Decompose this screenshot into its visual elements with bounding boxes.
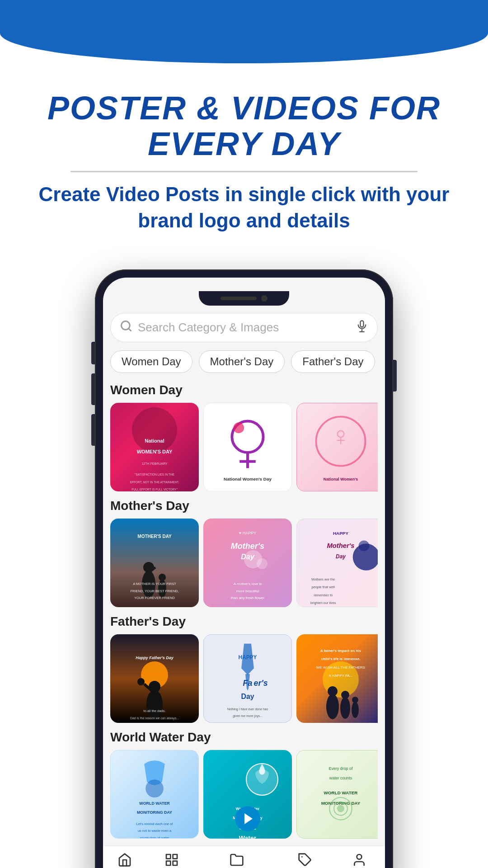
svg-text:Every drop of: Every drop of (329, 766, 353, 770)
svg-text:FULL EFFORT IS FULL VICTORY": FULL EFFORT IS FULL VICTORY" (131, 488, 178, 491)
svg-text:Let's remind each one of: Let's remind each one of (136, 822, 174, 826)
power-button (393, 360, 397, 392)
svg-text:WORLD WATER: WORLD WATER (324, 790, 358, 795)
women-card-2[interactable]: National Women's Day (203, 403, 292, 491)
fathers-day-section: Father's Day (103, 610, 385, 726)
svg-text:MOTHER'S DAY: MOTHER'S DAY (137, 534, 172, 539)
svg-point-63 (326, 694, 339, 719)
nav-brand[interactable]: Brand Kit (286, 853, 324, 868)
mothers-card-1[interactable]: MOTHER'S DAY A MOTHER IS YOUR FIRST FRIE… (110, 519, 199, 607)
svg-rect-94 (173, 861, 177, 865)
phone-screen: Search Category & Images Women Day Mothe… (103, 306, 385, 868)
mothers-card-2[interactable]: ♥ HAPPY Mother's Day A mother's love is … (203, 519, 292, 607)
water-card-1[interactable]: WORLD WATER MONITORING DAY Let's remind … (110, 750, 199, 839)
women-day-title: Women Day (110, 383, 378, 397)
mic-icon[interactable] (356, 320, 368, 335)
svg-point-66 (341, 691, 349, 699)
water-card-3[interactable]: Every drop of water counts WORLD WATER M… (296, 750, 378, 839)
nav-account[interactable]: Account (343, 853, 375, 868)
phone-notch (199, 291, 289, 306)
water-card-2[interactable]: World Water Monitoring Day SAVE Water (203, 750, 292, 839)
pill-fathers-day[interactable]: Father's Day (291, 350, 375, 373)
women-card-3[interactable]: ♀ National Women's (296, 403, 378, 491)
home-icon (117, 853, 132, 868)
subtitle: Create Video Posts in single click with … (27, 181, 461, 233)
svg-text:"SATISFACTION LIES IN THE: "SATISFACTION LIES IN THE (135, 472, 174, 476)
svg-point-73 (145, 779, 164, 797)
svg-text:National Women's: National Women's (324, 476, 358, 481)
svg-point-96 (357, 854, 361, 859)
top-wave (0, 0, 488, 63)
svg-text:MONITORING DAY: MONITORING DAY (137, 810, 172, 814)
custom-icon (164, 853, 179, 868)
volume-up-button (91, 373, 95, 405)
svg-text:Mother's: Mother's (231, 541, 264, 550)
svg-rect-92 (173, 854, 177, 859)
nav-custom[interactable]: Custom (156, 853, 187, 868)
phone-container: Search Category & Images Women Day Mothe… (0, 269, 488, 868)
businesses-icon (230, 853, 244, 868)
svg-point-15 (233, 422, 244, 433)
svg-text:Mothers are the: Mothers are the (311, 577, 335, 581)
divider (70, 171, 418, 172)
search-bar[interactable]: Search Category & Images (110, 313, 378, 342)
pill-women-day[interactable]: Women Day (110, 350, 192, 373)
fathers-card-1[interactable]: Happy Father's Day to all the dads. Dad … (110, 634, 199, 723)
nav-businesses[interactable]: My Businesses (206, 853, 267, 868)
svg-text:single drop of water: single drop of water (140, 836, 169, 838)
svg-text:National: National (145, 438, 164, 443)
svg-point-64 (328, 686, 338, 696)
svg-text:Nothing I have ever done has: Nothing I have ever done has (227, 708, 268, 711)
mothers-card-3[interactable]: HAPPY Mother's Day Mothers are the peopl… (296, 519, 378, 607)
svg-point-24 (159, 574, 166, 581)
women-card-1[interactable]: National WOMEN'S DAY 12TH FEBRUARY "SATI… (110, 403, 199, 491)
svg-rect-91 (166, 854, 170, 859)
svg-text:Water: Water (239, 835, 257, 839)
svg-text:Happy Father's Day: Happy Father's Day (136, 656, 174, 660)
svg-point-65 (340, 697, 350, 719)
svg-text:A mother's love is: A mother's love is (234, 582, 262, 586)
svg-text:A father's impact on his: A father's impact on his (320, 649, 361, 653)
svg-text:♀: ♀ (331, 421, 351, 451)
svg-text:♥ HAPPY: ♥ HAPPY (239, 531, 256, 535)
header-section: POSTER & VIDEOS FOR EVERY DAY Create Vid… (0, 63, 488, 269)
category-pills: Women Day Mother's Day Father's Day (103, 347, 385, 378)
svg-point-90 (337, 805, 344, 812)
svg-text:A HAPPY FA...: A HAPPY FA... (329, 674, 353, 678)
svg-text:Day: Day (336, 553, 346, 560)
svg-text:us not to waste even a: us not to waste even a (138, 829, 172, 833)
play-triangle-icon (244, 813, 253, 824)
svg-text:12TH FEBRUARY: 12TH FEBRUARY (141, 462, 167, 465)
svg-text:Mother's: Mother's (327, 542, 354, 549)
svg-text:WE WISH ALL THE FATHERS: WE WISH ALL THE FATHERS (316, 665, 365, 670)
svg-point-47 (146, 690, 163, 719)
svg-text:HAPPY: HAPPY (239, 654, 257, 660)
mothers-day-section: Mother's Day MOTHER'S DAY (103, 494, 385, 610)
fathers-card-3[interactable]: A father's impact on his child's life is… (296, 634, 378, 723)
svg-point-5 (132, 407, 177, 453)
phone-mockup: Search Category & Images Women Day Mothe… (95, 269, 393, 868)
mothers-day-title: Mother's Day (110, 499, 378, 513)
svg-point-50 (137, 678, 145, 685)
world-water-day-cards: WORLD WATER MONITORING DAY Let's remind … (110, 750, 378, 839)
svg-text:HAPPY: HAPPY (333, 531, 348, 536)
play-button[interactable] (235, 806, 260, 831)
front-camera (261, 295, 267, 302)
svg-text:child's life is immense.: child's life is immense. (321, 657, 361, 661)
women-day-cards: National WOMEN'S DAY 12TH FEBRUARY "SATI… (110, 403, 378, 491)
svg-text:than any fresh flower: than any fresh flower (231, 596, 265, 600)
brand-icon (298, 853, 312, 868)
bottom-nav: Home Custom (103, 846, 385, 868)
svg-text:Fa: Fa (243, 678, 253, 687)
world-water-day-title: World Water Day (110, 730, 378, 745)
speaker (221, 297, 257, 300)
svg-line-1 (128, 328, 131, 330)
fathers-card-2[interactable]: HAPPY Fa er's Day Nothing I have ever do… (203, 634, 292, 723)
svg-rect-93 (166, 861, 170, 865)
pill-mothers-day[interactable]: Mother's Day (199, 350, 285, 373)
nav-home[interactable]: Home (113, 853, 136, 868)
svg-text:National Women's Day: National Women's Day (224, 476, 272, 481)
svg-text:Dad is the reason we can alway: Dad is the reason we can always... (130, 717, 179, 720)
search-icon (120, 320, 132, 335)
svg-text:EFFORT, NOT IN THE ATTAINMENT.: EFFORT, NOT IN THE ATTAINMENT. (130, 481, 179, 484)
